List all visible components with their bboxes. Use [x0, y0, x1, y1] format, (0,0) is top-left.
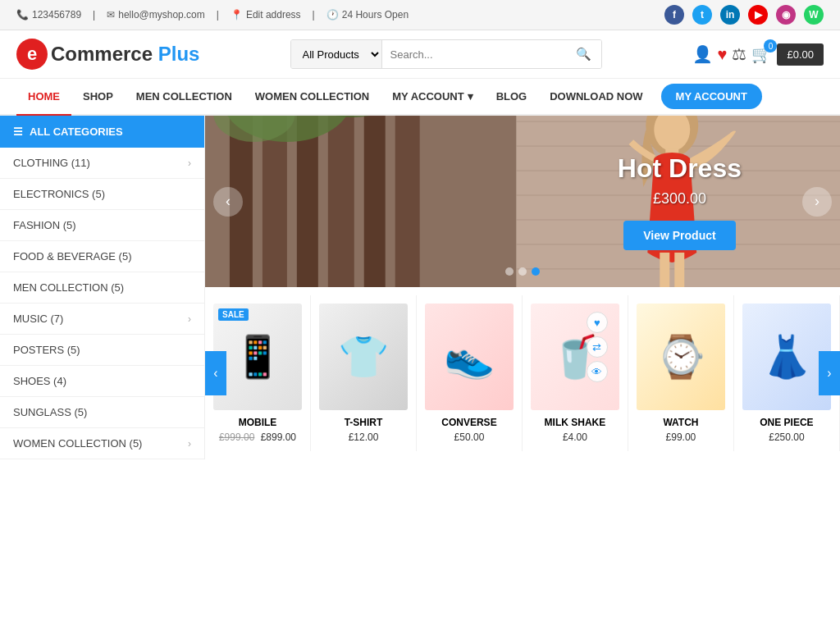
cart-badge: 0: [764, 39, 777, 52]
products-next-button[interactable]: ›: [819, 351, 840, 395]
wishlist-icon-btn[interactable]: ♥: [587, 312, 608, 333]
product-emoji-converse: 👟: [444, 333, 495, 381]
cart-total: £0.00: [787, 48, 814, 61]
hero-next-button[interactable]: ›: [802, 187, 832, 217]
search-button[interactable]: 🔍: [566, 40, 601, 68]
phone-number: 123456789: [32, 9, 81, 21]
view-icon-btn[interactable]: 👁: [587, 361, 608, 382]
sale-badge: SALE: [218, 308, 249, 321]
hero-prev-button[interactable]: ‹: [213, 187, 243, 217]
cart-icon[interactable]: 🛒 0: [751, 44, 772, 64]
linkedin-icon[interactable]: in: [720, 5, 740, 25]
products-row: ‹ SALE 📱 MOBILE £999.00 £899.00: [205, 295, 840, 451]
product-price-tshirt: £12.00: [319, 431, 408, 443]
product-image-onepiece: 👗: [742, 304, 831, 410]
main-content: ☰ ALL CATEGORIES CLOTHING (11) › ELECTRO…: [0, 116, 840, 459]
hero-slider: Hot Dress £300.00 View Product ‹ ›: [205, 116, 840, 287]
sidebar-item-food-beverage[interactable]: FOOD & BEVERAGE (5): [0, 241, 204, 272]
phone-icon: 📞: [16, 9, 29, 21]
sidebar-item-sunglass[interactable]: SUNGLASS (5): [0, 397, 204, 428]
wishlist-icon[interactable]: ♥: [718, 45, 728, 64]
product-emoji-mobile: 📱: [232, 333, 283, 381]
nav-my-account[interactable]: MY ACCOUNT ▾: [381, 79, 484, 114]
instagram-icon[interactable]: ◉: [776, 5, 796, 25]
hours-text: 24 Hours Open: [342, 9, 409, 21]
products-section: ‹ SALE 📱 MOBILE £999.00 £899.00: [205, 287, 840, 459]
hero-title: Hot Dress: [618, 153, 742, 184]
separator-3: |: [313, 9, 315, 21]
hero-content: Hot Dress £300.00 View Product: [618, 153, 742, 250]
product-name-mobile: MOBILE: [213, 417, 302, 428]
email-info: ✉ hello@myshop.com: [107, 9, 205, 21]
nav-men-collection[interactable]: MEN COLLECTION: [125, 79, 244, 114]
product-image-milkshake: ♥ ⇄ 👁 🥤: [531, 304, 619, 410]
header-action-group: 👤 ♥ ⚖ 🛒 0 £0.00: [692, 43, 824, 66]
social-links: f t in ▶ ◉ W: [664, 5, 824, 25]
search-category-select[interactable]: All Products Clothing Electronics Fashio…: [291, 40, 382, 68]
nav-cta-button[interactable]: My Account: [661, 84, 762, 109]
address-info: 📍 Edit address: [231, 9, 301, 21]
product-image-tshirt: 👕: [319, 304, 408, 410]
sidebar-item-electronics[interactable]: ELECTRONICS (5): [0, 179, 204, 210]
chevron-right-icon: ›: [188, 158, 191, 169]
logo-icon: e: [16, 39, 48, 70]
svg-rect-8: [297, 116, 318, 287]
twitter-icon[interactable]: t: [692, 5, 712, 25]
sidebar-item-shoes[interactable]: SHOES (4): [0, 366, 204, 397]
product-price-converse: £50.00: [425, 431, 514, 443]
content-area: Hot Dress £300.00 View Product ‹ › ‹ SAL…: [205, 116, 840, 459]
sidebar-item-women-collection[interactable]: WOMEN COLLECTION (5) ›: [0, 428, 204, 459]
chevron-right-icon-2: ›: [188, 313, 191, 325]
hero-dot-1[interactable]: [505, 267, 514, 276]
chevron-right-icon-3: ›: [188, 438, 191, 450]
hours-info: 🕐 24 Hours Open: [326, 9, 409, 21]
products-prev-button[interactable]: ‹: [205, 351, 226, 395]
account-icon[interactable]: 👤: [692, 44, 713, 64]
sidebar-item-fashion[interactable]: FASHION (5): [0, 210, 204, 241]
nav-home[interactable]: HOME: [16, 79, 71, 116]
product-emoji-watch: ⌚: [655, 333, 706, 381]
product-card-watch: ⌚ WATCH £99.00: [628, 295, 734, 451]
svg-rect-12: [364, 116, 386, 287]
cart-button[interactable]: £0.00: [777, 43, 824, 66]
compare-icon[interactable]: ⚖: [732, 44, 746, 64]
sidebar-item-men-collection[interactable]: MEN COLLECTION (5): [0, 272, 204, 304]
svg-rect-34: [674, 253, 684, 287]
email-icon: ✉: [107, 9, 115, 21]
sidebar-item-clothing[interactable]: CLOTHING (11) ›: [0, 148, 204, 179]
svg-rect-33: [660, 253, 669, 287]
nav-shop[interactable]: SHOP: [71, 79, 125, 114]
whatsapp-icon[interactable]: W: [804, 5, 824, 25]
svg-rect-10: [328, 116, 354, 287]
compare-icon-btn[interactable]: ⇄: [587, 336, 608, 358]
sidebar-item-music[interactable]: MUSIC (7) ›: [0, 304, 204, 335]
phone-info: 📞 123456789: [16, 9, 81, 21]
hero-dot-3[interactable]: [532, 267, 540, 276]
svg-rect-14: [395, 116, 420, 287]
nav-blog[interactable]: BLOG: [485, 79, 539, 114]
edit-address-link[interactable]: Edit address: [246, 9, 301, 21]
sidebar: ☰ ALL CATEGORIES CLOTHING (11) › ELECTRO…: [0, 116, 205, 459]
hero-dot-2[interactable]: [518, 267, 527, 276]
dropdown-arrow-icon: ▾: [468, 90, 473, 103]
facebook-icon[interactable]: f: [664, 5, 684, 25]
product-name-converse: CONVERSE: [425, 417, 514, 428]
nav-download-now[interactable]: DOWNLOAD NOW: [538, 79, 654, 114]
logo[interactable]: e Commerce Plus: [16, 39, 199, 70]
product-card-converse: 👟 CONVERSE £50.00: [417, 295, 523, 451]
product-emoji-tshirt: 👕: [338, 333, 389, 381]
nav-women-collection[interactable]: WOMEN COLLECTION: [244, 79, 381, 114]
product-emoji-onepiece: 👗: [761, 333, 812, 381]
product-price-onepiece: £250.00: [742, 431, 831, 443]
hero-background: [205, 116, 840, 287]
search-bar: All Products Clothing Electronics Fashio…: [290, 39, 602, 69]
product-image-watch: ⌚: [637, 304, 725, 410]
youtube-icon[interactable]: ▶: [748, 5, 768, 25]
sidebar-item-posters[interactable]: POSTERS (5): [0, 335, 204, 366]
product-action-icons: ♥ ⇄ 👁: [587, 312, 608, 382]
hero-image-svg: [205, 116, 840, 287]
search-input[interactable]: [382, 40, 566, 68]
header-icons: 👤 ♥ ⚖ 🛒 0 £0.00: [692, 43, 824, 66]
hero-view-product-button[interactable]: View Product: [623, 221, 735, 250]
logo-text: Commerce Plus: [51, 43, 199, 66]
